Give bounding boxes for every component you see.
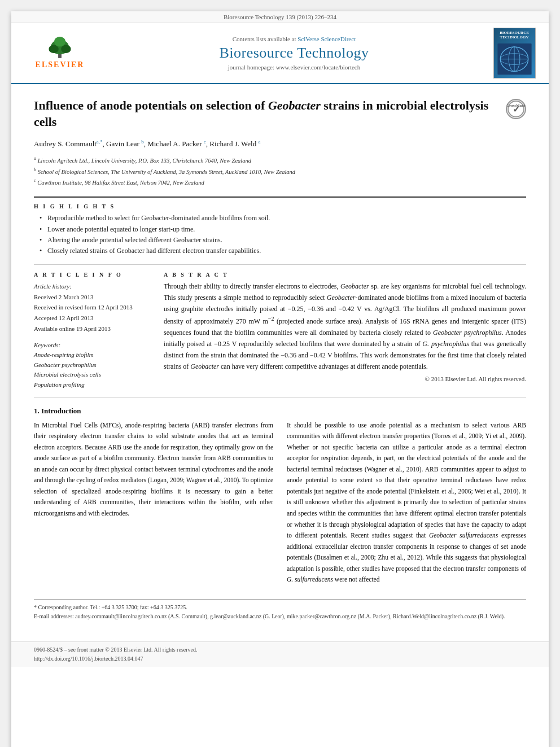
doi-text: http://dx.doi.org/10.1016/j.biortech.201… xyxy=(34,654,526,663)
authors-line: Audrey S. Commaulta,*, Gavin Lear b, Mic… xyxy=(34,138,526,150)
bottom-bar: 0960-8524/$ – see front matter © 2013 El… xyxy=(11,641,549,667)
divider-2 xyxy=(34,264,526,265)
sciverse-text: Contents lists available at SciVerse Sci… xyxy=(99,36,489,42)
article-info-content: Article history: Received 2 March 2013 R… xyxy=(34,281,152,390)
highlights-section: H I G H L I G H T S Reproducible method … xyxy=(34,203,526,256)
journal-center-info: Contents lists available at SciVerse Sci… xyxy=(99,36,489,71)
cover-title: BIORESOURCE TECHNOLOGY xyxy=(496,30,533,40)
list-item: Reproducible method to select for Geobac… xyxy=(40,213,526,224)
page: Bioresource Technology 139 (2013) 226–23… xyxy=(11,11,549,747)
author4-name: , Richard J. Weld xyxy=(206,140,259,148)
elsevier-brand-text: ELSEVIER xyxy=(36,60,85,69)
history-group: Article history: Received 2 March 2013 R… xyxy=(34,281,152,334)
keyword-3: Microbial electrolysis cells xyxy=(34,370,152,380)
article-title: Influence of anode potentials on selecti… xyxy=(34,98,526,130)
abstract-copyright: © 2013 Elsevier Ltd. All rights reserved… xyxy=(164,375,526,382)
crossmark-icon: ✓ CrossMark xyxy=(506,99,526,119)
journal-reference: Bioresource Technology 139 (2013) 226–23… xyxy=(224,14,336,20)
sciverse-link[interactable]: SciVerse ScienceDirect xyxy=(298,36,356,42)
elsevier-logo: ELSEVIER xyxy=(32,36,88,70)
email-label: E-mail addresses: xyxy=(34,613,74,619)
list-item: Closely related strains of Geobacter had… xyxy=(40,246,526,256)
section-number: 1. xyxy=(34,407,40,415)
top-bar: Bioresource Technology 139 (2013) 226–23… xyxy=(11,11,549,23)
history-label: Article history: xyxy=(34,283,72,290)
affiliation-b: b School of Biological Sciences, The Uni… xyxy=(34,166,526,177)
highlights-heading: H I G H L I G H T S xyxy=(34,203,526,209)
keyword-4: Population profiling xyxy=(34,380,152,390)
title-part1: Influence of anode potentials on selecti… xyxy=(34,98,268,112)
journal-homepage: journal homepage: www.elsevier.com/locat… xyxy=(99,64,489,71)
revised-date: Received in revised form 12 April 2013 xyxy=(34,304,133,311)
accepted-date: Accepted 12 April 2013 xyxy=(34,314,93,321)
cover-graphic xyxy=(496,42,533,76)
footnote-email: E-mail addresses: audrey.commault@lincol… xyxy=(34,612,526,621)
svg-point-3 xyxy=(61,45,71,54)
online-date: Available online 19 April 2013 xyxy=(34,325,111,332)
email-addresses: audrey.commault@lincolnagritech.co.nz (A… xyxy=(75,613,505,619)
body-two-col: In Microbial Fuel Cells (MFCs), anode-re… xyxy=(34,420,526,586)
received-date: Received 2 March 2013 xyxy=(34,294,93,300)
keyword-2: Geobacter psychrophilus xyxy=(34,360,152,370)
footnotes: * Corresponding author. Tel.: +64 3 325 … xyxy=(34,599,526,621)
issn-text: 0960-8524/$ – see front matter © 2013 El… xyxy=(34,645,526,654)
abstract-heading: A B S T R A C T xyxy=(164,272,526,278)
svg-point-4 xyxy=(54,37,65,46)
intro-right-para: It should be possible to use anode poten… xyxy=(287,420,526,586)
title-italic: Geobacter xyxy=(268,98,321,112)
keywords-label: Keywords: xyxy=(34,342,60,348)
svg-point-2 xyxy=(49,45,58,54)
body-content: 1. Introduction In Microbial Fuel Cells … xyxy=(34,407,526,586)
elsevier-logo-area: ELSEVIER xyxy=(20,36,99,70)
intro-heading: 1. Introduction xyxy=(34,407,526,416)
divider-1 xyxy=(34,196,526,198)
highlights-list: Reproducible method to select for Geobac… xyxy=(34,213,526,256)
divider-3 xyxy=(34,397,526,397)
author3-name: , Michael A. Packer xyxy=(144,140,204,148)
journal-cover-area: BIORESOURCE TECHNOLOGY xyxy=(489,28,540,78)
crossmark-svg: ✓ CrossMark xyxy=(507,100,525,118)
list-item: Altering the anode potential selected di… xyxy=(40,235,526,246)
svg-text:CrossMark: CrossMark xyxy=(507,103,525,108)
journal-header: ELSEVIER Contents lists available at Sci… xyxy=(11,23,549,84)
journal-title: Bioresource Technology xyxy=(99,45,489,62)
affiliation-c: c Cawthron Institute, 98 Halifax Street … xyxy=(34,177,526,187)
crossmark-badge[interactable]: ✓ CrossMark xyxy=(506,99,526,119)
journal-cover-image: BIORESOURCE TECHNOLOGY xyxy=(493,28,536,78)
section-title: Introduction xyxy=(41,407,81,415)
intro-left-para: In Microbial Fuel Cells (MFCs), anode-re… xyxy=(34,420,273,519)
article-info-heading: A R T I C L E I N F O xyxy=(34,272,152,278)
abstract-text: Through their ability to directly transf… xyxy=(164,281,526,372)
author4-sup: a xyxy=(258,139,260,145)
elsevier-tree-icon xyxy=(43,37,77,59)
list-item: Lower anode potential equated to longer … xyxy=(40,224,526,235)
keyword-1: Anode-respiring biofilm xyxy=(34,350,152,360)
main-content: ✓ CrossMark Influence of anode potential… xyxy=(11,84,549,632)
affiliation-a: a Lincoln Agritech Ltd., Lincoln Univers… xyxy=(34,155,526,165)
keywords-group: Keywords: Anode-respiring biofilm Geobac… xyxy=(34,340,152,390)
footnote-corresponding: * Corresponding author. Tel.: +64 3 325 … xyxy=(34,603,526,612)
body-col-left: In Microbial Fuel Cells (MFCs), anode-re… xyxy=(34,420,273,586)
body-col-right: It should be possible to use anode poten… xyxy=(287,420,526,586)
author1: Audrey S. Commault xyxy=(34,140,97,148)
article-info-abstract-row: A R T I C L E I N F O Article history: R… xyxy=(34,272,526,390)
abstract-col: A B S T R A C T Through their ability to… xyxy=(164,272,526,390)
author1-sup: a,* xyxy=(97,139,103,145)
article-info-col: A R T I C L E I N F O Article history: R… xyxy=(34,272,152,390)
author2-name: , Gavin Lear xyxy=(103,140,142,148)
affiliations: a Lincoln Agritech Ltd., Lincoln Univers… xyxy=(34,155,526,187)
